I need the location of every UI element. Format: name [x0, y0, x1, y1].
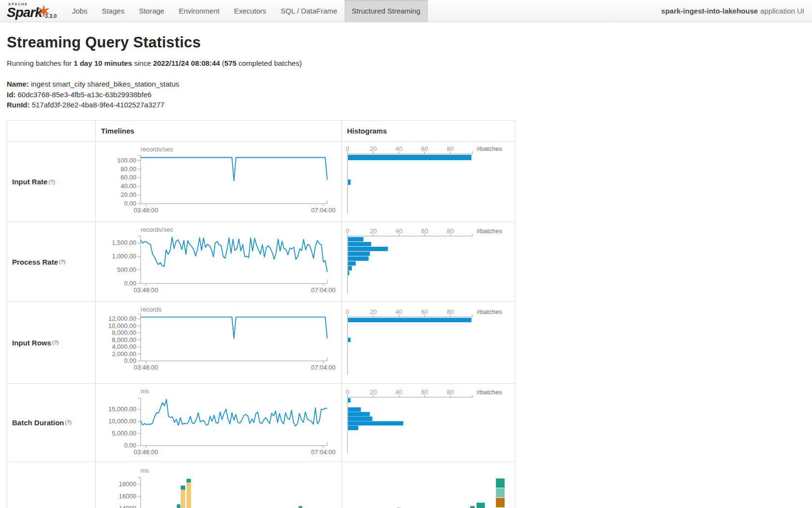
- tab-stages[interactable]: Stages: [95, 0, 132, 22]
- application-name: spark-ingest-into-lakehouse: [661, 7, 758, 15]
- svg-text:#batches: #batches: [477, 308, 502, 315]
- svg-text:0: 0: [346, 308, 349, 315]
- id-label: Id:: [7, 90, 15, 99]
- batch-duration-timeline-chart: ms15,000.0010,000.005,000.000.0003:46:00…: [96, 384, 342, 462]
- svg-text:records: records: [141, 306, 162, 313]
- process-rate-help-icon[interactable]: (?): [59, 259, 65, 265]
- process-rate-histogram-chart: 020406080#batches: [342, 222, 515, 302]
- svg-text:0: 0: [346, 227, 349, 235]
- input-rate-histogram-chart: 020406080#batches: [342, 142, 515, 222]
- svg-text:records/sec: records/sec: [141, 146, 174, 153]
- application-title: spark-ingest-into-lakehouse application …: [661, 0, 812, 22]
- running-since-timestamp: 2022/11/24 08:08:44: [153, 59, 220, 67]
- application-ui-suffix: application UI: [760, 7, 804, 15]
- running-paren-open: (: [220, 59, 224, 67]
- svg-text:80.00: 80.00: [120, 165, 136, 173]
- runid-label: RunId:: [7, 101, 29, 109]
- svg-text:60: 60: [421, 145, 428, 152]
- svg-text:0.00: 0.00: [124, 200, 136, 207]
- svg-text:16000: 16000: [119, 493, 136, 500]
- svg-text:20: 20: [370, 145, 377, 152]
- svg-text:07:04:00: 07:04:00: [311, 364, 336, 371]
- input-rows-help-icon[interactable]: (?): [52, 340, 58, 345]
- svg-text:80: 80: [447, 145, 454, 152]
- input-rate-timeline-chart: records/sec100.0080.0060.0040.0020.000.0…: [96, 142, 342, 222]
- svg-text:80: 80: [447, 388, 454, 396]
- row-label-process-rate: Process Rate(?): [7, 222, 96, 302]
- tab-storage[interactable]: Storage: [131, 0, 172, 22]
- svg-text:0.00: 0.00: [124, 357, 136, 364]
- spark-star-icon: ✶: [38, 4, 49, 19]
- svg-text:03:46:00: 03:46:00: [134, 207, 159, 214]
- header-empty-cell: [7, 120, 96, 142]
- page-title: Streaming Query Statistics: [7, 34, 812, 51]
- svg-text:2,000.00: 2,000.00: [112, 350, 136, 358]
- batch-duration-histogram-chart: 020406080#batches: [342, 384, 515, 462]
- svg-text:60: 60: [421, 227, 428, 235]
- svg-text:records/sec: records/sec: [141, 226, 174, 233]
- svg-text:#batches: #batches: [477, 227, 502, 235]
- input-rate-help-icon[interactable]: (?): [48, 179, 55, 185]
- row-label-operation-duration: [7, 462, 96, 508]
- process-rate-timeline-chart: records/sec1,500.001,000.00500.000.0003:…: [96, 222, 342, 302]
- tab-environment[interactable]: Environment: [172, 0, 227, 22]
- svg-text:8,000.00: 8,000.00: [112, 329, 136, 336]
- running-duration: 1 day 10 minutes: [73, 59, 132, 67]
- top-nav-bar: APACHE Spark ✶ 3.3.0 Jobs Stages Storage…: [0, 0, 812, 22]
- svg-text:80: 80: [447, 227, 454, 235]
- svg-text:07:04:00: 07:04:00: [311, 286, 336, 294]
- svg-text:5,000.00: 5,000.00: [112, 430, 136, 437]
- svg-text:03:46:00: 03:46:00: [134, 364, 159, 371]
- batch-duration-help-icon[interactable]: (?): [65, 419, 72, 425]
- svg-text:40: 40: [395, 388, 402, 396]
- svg-text:60: 60: [421, 308, 428, 315]
- svg-text:40: 40: [395, 227, 402, 235]
- row-label-input-rate: Input Rate(?): [7, 142, 96, 222]
- input-rows-histogram-chart: 020406080#batches: [342, 302, 515, 384]
- svg-text:03:46:00: 03:46:00: [134, 448, 159, 456]
- svg-text:60.00: 60.00: [120, 174, 136, 181]
- tab-structured-streaming[interactable]: Structured Streaming: [345, 0, 428, 22]
- name-label: Name:: [7, 80, 29, 88]
- spark-wordmark: Spark ✶: [7, 5, 42, 22]
- svg-text:1,000.00: 1,000.00: [112, 253, 136, 260]
- svg-text:100.00: 100.00: [117, 157, 136, 164]
- query-metadata: Name: ingest smart_city shared_bikes_sta…: [7, 79, 812, 110]
- svg-text:03:46:00: 03:46:00: [134, 286, 159, 294]
- svg-text:40: 40: [395, 145, 402, 152]
- tab-executors[interactable]: Executors: [227, 0, 274, 22]
- svg-text:500.00: 500.00: [117, 266, 136, 273]
- row-label-input-rows: Input Rows(?): [7, 302, 96, 384]
- svg-text:80: 80: [447, 308, 454, 315]
- svg-text:0.00: 0.00: [124, 280, 136, 287]
- completed-batches-count: 575: [224, 59, 236, 67]
- query-name-line: Name: ingest smart_city shared_bikes_sta…: [7, 79, 812, 90]
- runid-value: 517afd3f-28e2-4ba8-9fe4-4102527a3277: [29, 101, 164, 109]
- running-paren-close: completed batches): [236, 59, 302, 67]
- statistics-table: Timelines Histograms Input Rate(?) recor…: [7, 120, 515, 508]
- running-mid: since: [132, 59, 153, 67]
- svg-text:20: 20: [370, 227, 377, 235]
- svg-text:14000: 14000: [119, 505, 136, 508]
- running-batches-line: Running batches for 1 day 10 minutes sin…: [7, 59, 812, 67]
- svg-text:10,000.00: 10,000.00: [108, 418, 136, 425]
- svg-text:#batches: #batches: [477, 388, 502, 396]
- svg-text:#batches: #batches: [477, 145, 502, 152]
- row-label-batch-duration: Batch Duration(?): [7, 384, 96, 462]
- svg-text:40: 40: [395, 308, 402, 315]
- query-runid-line: RunId: 517afd3f-28e2-4ba8-9fe4-4102527a3…: [7, 100, 812, 110]
- nav-tabs: Jobs Stages Storage Environment Executor…: [65, 0, 428, 22]
- svg-text:20.00: 20.00: [120, 191, 136, 198]
- svg-text:4,000.00: 4,000.00: [112, 343, 136, 350]
- header-timelines: Timelines: [96, 120, 342, 142]
- tab-sql-dataframe[interactable]: SQL / DataFrame: [274, 0, 345, 22]
- svg-text:0: 0: [346, 145, 349, 152]
- svg-text:12,000.00: 12,000.00: [108, 315, 136, 322]
- operation-duration-chart: ms180001600014000: [96, 462, 515, 508]
- svg-text:6,000.00: 6,000.00: [112, 336, 136, 344]
- svg-text:18000: 18000: [119, 480, 136, 488]
- input-rows-timeline-chart: records12,000.0010,000.008,000.006,000.0…: [96, 302, 342, 384]
- svg-text:40.00: 40.00: [120, 182, 136, 190]
- svg-text:ms: ms: [141, 388, 149, 395]
- tab-jobs[interactable]: Jobs: [65, 0, 95, 22]
